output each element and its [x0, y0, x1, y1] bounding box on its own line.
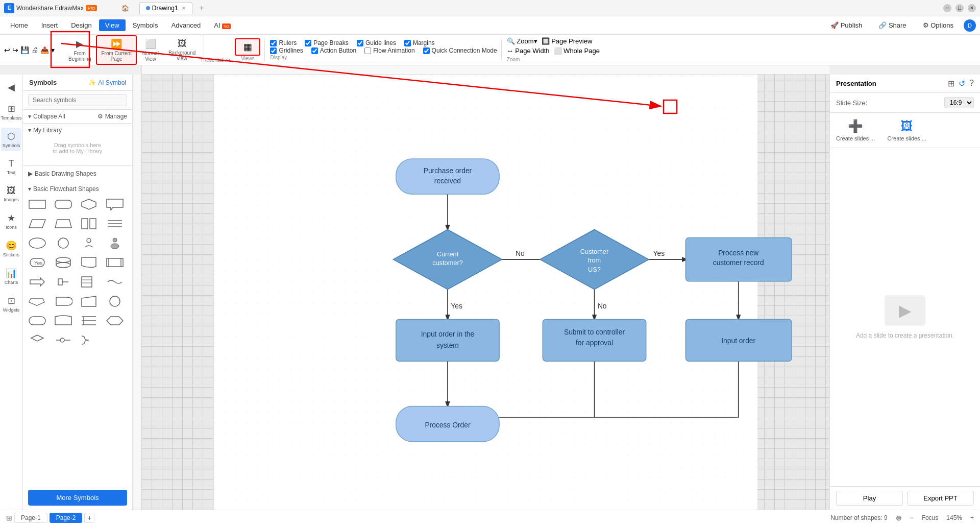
shape-terminator[interactable]	[27, 313, 47, 328]
shape-ellipse[interactable]	[27, 235, 47, 251]
shape-manual2[interactable]	[53, 313, 74, 328]
user-avatar[interactable]: D	[964, 19, 976, 32]
page-tab-1[interactable]: Page-1	[14, 513, 47, 523]
menu-item-advanced[interactable]: Advanced	[165, 19, 207, 31]
shape-arrow-right[interactable]	[27, 274, 47, 290]
tab-close[interactable]: ×	[182, 5, 186, 12]
shape-circle2[interactable]	[105, 294, 125, 309]
shape-callout[interactable]	[105, 197, 125, 212]
shape-bracket2[interactable]	[27, 332, 47, 348]
sidebar-images[interactable]: 🖼 Images	[1, 182, 21, 205]
sidebar-stickers[interactable]: 😊 Stickers	[1, 237, 21, 260]
menu-item-symbols[interactable]: Symbols	[127, 19, 164, 31]
shape-delay[interactable]	[53, 294, 74, 309]
shape-list[interactable]	[79, 274, 99, 290]
basic-drawing-shapes-label[interactable]: ▶ Basic Drawing Shapes	[23, 168, 132, 179]
undo-btn[interactable]: ↩	[4, 46, 10, 54]
menu-item-view[interactable]: View	[99, 19, 126, 31]
menu-item-ai[interactable]: AI hot	[208, 19, 237, 31]
shape-hexagon[interactable]	[79, 197, 99, 212]
shape-small-rect[interactable]	[53, 274, 74, 290]
home-tab[interactable]: 🏠	[115, 3, 135, 14]
basic-flowchart-shapes-label[interactable]: ▾ Basic Flowchart Shapes	[23, 183, 132, 195]
shape-circle[interactable]	[53, 235, 74, 251]
shape-trapezoid[interactable]	[53, 216, 74, 231]
from-beginning-btn[interactable]: ▶ FromBeginning	[64, 36, 95, 64]
action-button-checkbox[interactable]: Action Button	[311, 47, 356, 54]
drawing-tab[interactable]: Drawing1 ×	[139, 2, 192, 14]
collapse-all-btn[interactable]: ▾ Collapse All	[28, 113, 65, 120]
page-preview-btn[interactable]: 🔲 Page Preview	[542, 37, 593, 45]
search-input[interactable]	[28, 94, 127, 106]
shape-parallelogram[interactable]	[27, 216, 47, 231]
print-btn[interactable]: 🖨	[31, 46, 38, 54]
quick-connection-checkbox[interactable]: Quick Connection Mode	[423, 47, 497, 54]
save-btn[interactable]: 💾	[20, 46, 29, 54]
slide-size-select[interactable]: 16:9 4:3	[944, 97, 974, 108]
sidebar-charts[interactable]: 📊 Charts	[1, 265, 21, 288]
options-btn[interactable]: ⚙ Options	[917, 19, 960, 31]
shape-subroutine[interactable]	[105, 255, 125, 270]
zoom-out-status-btn[interactable]: −	[910, 514, 914, 521]
more-symbols-btn[interactable]: More Symbols	[28, 490, 127, 506]
view-mode-btn[interactable]: ⊞	[6, 514, 12, 522]
canvas-area[interactable]: No Yes Yes No	[142, 75, 829, 510]
shape-custom[interactable]	[105, 313, 125, 328]
share-btn[interactable]: 🔗 Share	[872, 19, 912, 31]
guide-lines-checkbox[interactable]: Guide lines	[357, 39, 396, 46]
shape-check[interactable]: Yes	[27, 255, 47, 270]
page-width-btn[interactable]: ↔ Page Width	[507, 47, 550, 55]
shape-cylinder[interactable]	[53, 255, 74, 270]
menu-item-home[interactable]: Home	[4, 19, 34, 31]
rulers-checkbox[interactable]: Rulers	[270, 39, 297, 46]
page-tab-2[interactable]: Page-2	[50, 513, 83, 523]
create-slides-btn1[interactable]: ➕ Create slides ...	[836, 119, 875, 141]
sidebar-symbols[interactable]: ⬡ Symbols	[1, 128, 21, 151]
shape-wave[interactable]	[105, 274, 125, 290]
create-slides-btn2[interactable]: 🖼 Create slides ...	[887, 119, 926, 141]
shape-rounded-rect[interactable]	[53, 197, 74, 212]
publish-btn[interactable]: 🚀 Publish	[824, 19, 868, 31]
from-current-page-btn[interactable]: ⏩ From CurrentPage	[96, 35, 136, 65]
zoom-btn[interactable]: 🔍 Zoom▾	[507, 37, 537, 45]
whole-page-btn[interactable]: ⬜ Whole Page	[554, 47, 600, 55]
menu-item-insert[interactable]: Insert	[35, 19, 64, 31]
shape-doc[interactable]	[79, 255, 99, 270]
page-breaks-checkbox[interactable]: Page Breaks	[305, 39, 349, 46]
minimize-btn[interactable]: ─	[943, 4, 951, 12]
shape-curly[interactable]	[53, 332, 74, 348]
fit-diagram-btn[interactable]: ⊛	[896, 514, 902, 522]
help-panel-btn[interactable]: ?	[969, 79, 974, 88]
redo-btn[interactable]: ↪	[12, 46, 18, 54]
ai-symbol-btn[interactable]: ✨ AI Symbol	[88, 79, 126, 86]
background-view-btn[interactable]: 🖼 Backgroundview	[164, 36, 200, 63]
shape-person2[interactable]	[105, 235, 125, 251]
refresh-panel-btn[interactable]: ↺	[959, 79, 965, 88]
sidebar-icons[interactable]: ★ Icons	[1, 209, 21, 233]
sidebar-templates[interactable]: ⊞ Templates	[1, 100, 21, 124]
more-quick-btn[interactable]: ▾	[51, 46, 55, 54]
export-quick-btn[interactable]: 📤	[40, 46, 49, 54]
close-btn[interactable]: ×	[968, 4, 976, 12]
normal-view-btn[interactable]: ⬜ NormalView	[138, 36, 163, 64]
shape-lines[interactable]	[105, 216, 125, 231]
add-page-btn[interactable]: +	[84, 513, 94, 523]
expand-panel-btn[interactable]: ⊞	[948, 79, 954, 88]
menu-item-design[interactable]: Design	[65, 19, 97, 31]
gridlines-checkbox[interactable]: Gridlines	[270, 47, 303, 54]
sidebar-widgets[interactable]: ⊡ Widgets	[1, 292, 21, 316]
views-selected-btn[interactable]: ▦	[235, 38, 260, 56]
my-library-label[interactable]: ▾ My Library	[28, 127, 127, 134]
manage-btn[interactable]: ⚙ Manage	[97, 113, 127, 120]
add-tab-btn[interactable]: +	[197, 4, 207, 13]
play-btn[interactable]: Play	[836, 491, 903, 506]
shape-curly2[interactable]	[79, 332, 99, 348]
margins-checkbox[interactable]: Margins	[404, 39, 435, 46]
collapse-sidebar-btn[interactable]: ◀	[1, 79, 21, 96]
shape-bracket[interactable]	[79, 216, 99, 231]
shape-manual[interactable]	[79, 294, 99, 309]
shape-rect[interactable]	[27, 197, 47, 212]
export-ppt-btn[interactable]: Export PPT	[907, 491, 974, 506]
sidebar-text[interactable]: T Text	[1, 155, 21, 178]
shape-pentagon[interactable]	[27, 294, 47, 309]
